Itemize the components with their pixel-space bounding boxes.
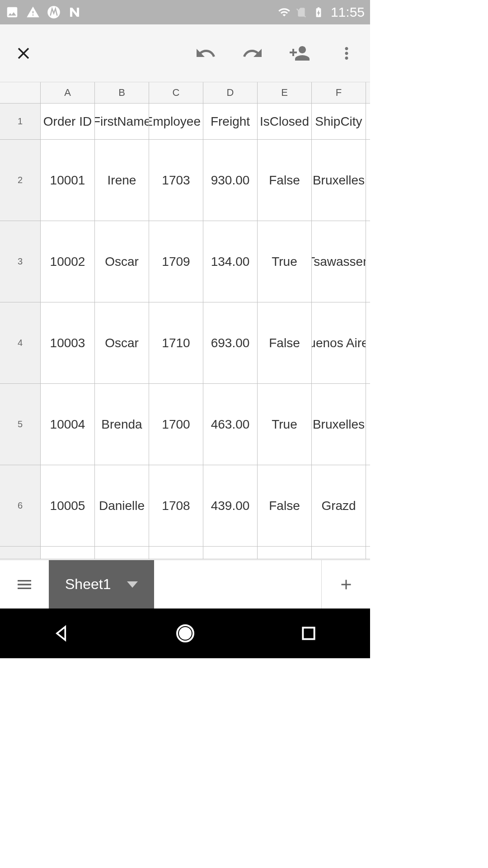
back-button[interactable] [48,620,75,647]
row-header-7[interactable] [0,547,41,559]
nav-bar [0,609,370,658]
cell-e2[interactable]: False [258,140,312,221]
motorola-icon [47,5,61,19]
cell-a6[interactable]: 10005 [41,465,95,546]
cell-c2[interactable]: 1703 [149,140,203,221]
cell-c5[interactable]: 1700 [149,384,203,465]
cell-c7[interactable] [149,547,203,559]
cell-c6[interactable]: 1708 [149,465,203,546]
col-header-e[interactable]: E [258,82,312,103]
cell-a1[interactable]: Order ID [41,104,95,139]
row-header-3[interactable]: 3 [0,221,41,302]
wifi-icon [277,5,291,19]
cell-d2[interactable]: 930.00 [203,140,258,221]
recent-button[interactable] [295,620,322,647]
cell-b5[interactable]: Brenda [95,384,149,465]
cell-b2[interactable]: Irene [95,140,149,221]
sheet-tab-active[interactable]: Sheet1 [49,560,154,609]
cell-e5[interactable]: True [258,384,312,465]
cell-d6[interactable]: 439.00 [203,465,258,546]
corner-cell[interactable] [0,82,41,103]
table-row: 5 10004 Brenda 1700 463.00 True Bruxelle… [0,384,370,465]
cell-e4[interactable]: False [258,302,312,383]
cell-a3[interactable]: 10002 [41,221,95,302]
table-row [0,547,370,559]
cell-d7[interactable] [203,547,258,559]
cell-e1[interactable]: IsClosed [258,104,312,139]
cell-d3[interactable]: 134.00 [203,221,258,302]
col-header-b[interactable]: B [95,82,149,103]
cell-f2[interactable]: Bruxelles [312,140,366,221]
cell-a4[interactable]: 10003 [41,302,95,383]
cell-a2[interactable]: 10001 [41,140,95,221]
cell-b4[interactable]: Oscar [95,302,149,383]
spreadsheet[interactable]: A B C D E F 1 Order ID FirstName Employe… [0,82,370,560]
row-header-5[interactable]: 5 [0,384,41,465]
table-row: 6 10005 Danielle 1708 439.00 False Grazd [0,465,370,547]
col-header-c[interactable]: C [149,82,203,103]
cell-e6[interactable]: False [258,465,312,546]
cell-b1[interactable]: FirstName [95,104,149,139]
cell-d5[interactable]: 463.00 [203,384,258,465]
more-button[interactable] [336,42,357,64]
table-row: 2 10001 Irene 1703 930.00 False Bruxelle… [0,140,370,221]
col-header-d[interactable]: D [203,82,258,103]
add-person-button[interactable] [289,42,310,64]
row-header-2[interactable]: 2 [0,140,41,221]
col-header-a[interactable]: A [41,82,95,103]
table-row: 3 10002 Oscar 1709 134.00 True Tsawassen [0,221,370,302]
row-header-4[interactable]: 4 [0,302,41,383]
cell-f6[interactable]: Grazd [312,465,366,546]
cell-b3[interactable]: Oscar [95,221,149,302]
home-button[interactable] [172,620,199,647]
cell-e3[interactable]: True [258,221,312,302]
redo-button[interactable] [242,42,263,64]
row-header-1[interactable]: 1 [0,104,41,139]
cell-f3[interactable]: Tsawassen [312,221,366,302]
sheets-menu-button[interactable] [0,560,49,609]
cell-d4[interactable]: 693.00 [203,302,258,383]
cell-c1[interactable]: Employee I [149,104,203,139]
cell-a7[interactable] [41,547,95,559]
cell-f4[interactable]: uenos Aire [312,302,366,383]
col-header-f[interactable]: F [312,82,366,103]
cell-f5[interactable]: Bruxelles [312,384,366,465]
svg-rect-3 [303,627,314,639]
add-sheet-button[interactable] [321,560,370,609]
cell-a5[interactable]: 10004 [41,384,95,465]
sheet-tabs: Sheet1 [0,560,370,609]
n-icon [68,5,81,19]
row-header-6[interactable]: 6 [0,465,41,546]
chevron-down-icon [127,581,138,588]
close-button[interactable] [13,42,34,64]
svg-point-2 [180,628,191,639]
table-row: 1 Order ID FirstName Employee I Freight … [0,104,370,140]
cell-b7[interactable] [95,547,149,559]
toolbar [0,24,370,82]
cell-e7[interactable] [258,547,312,559]
cell-f1[interactable]: ShipCity [312,104,366,139]
sheet-tab-label: Sheet1 [65,576,111,593]
table-row: 4 10003 Oscar 1710 693.00 False uenos Ai… [0,302,370,384]
battery-charging-icon [312,5,325,19]
cell-d1[interactable]: Freight [203,104,258,139]
cell-b6[interactable]: Danielle [95,465,149,546]
warning-icon [26,5,40,19]
cell-c3[interactable]: 1709 [149,221,203,302]
photo-icon [5,5,19,19]
status-bar: 11:55 [0,0,370,24]
no-sim-icon [295,5,308,19]
undo-button[interactable] [195,42,216,64]
cell-c4[interactable]: 1710 [149,302,203,383]
cell-f7[interactable] [312,547,366,559]
status-time: 11:55 [331,5,365,20]
